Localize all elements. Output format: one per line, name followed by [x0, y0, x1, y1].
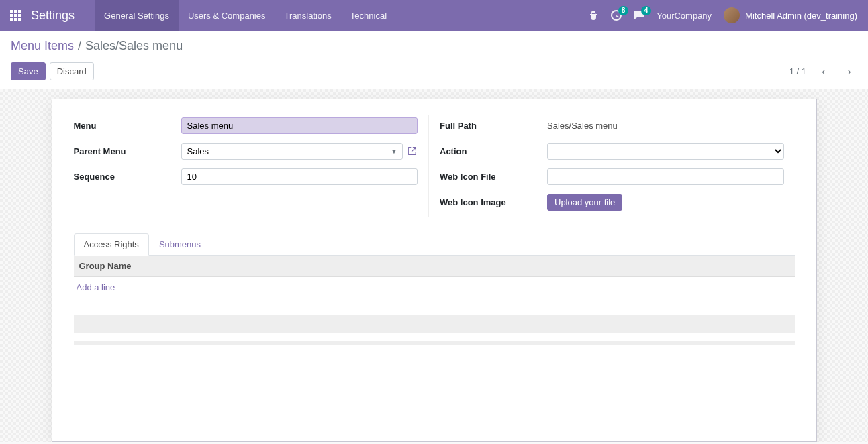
menu-input[interactable] [181, 117, 418, 134]
svg-rect-3 [10, 14, 13, 17]
apps-icon[interactable] [0, 0, 31, 31]
webiconfile-label: Web Icon File [440, 172, 547, 182]
action-label: Action [440, 146, 547, 156]
tab-access-rights[interactable]: Access Rights [74, 233, 149, 256]
messages-icon[interactable]: 4 [634, 10, 644, 21]
svg-rect-1 [14, 10, 17, 13]
fullpath-value: Sales/Sales menu [547, 118, 784, 133]
nav-tabs: General Settings Users & Companies Trans… [95, 0, 396, 31]
pager: 1 / 1 ‹ › [789, 66, 857, 78]
svg-rect-2 [18, 10, 21, 13]
table-row [74, 298, 795, 315]
breadcrumb-separator: / [78, 39, 81, 53]
breadcrumb-bar: Menu Items / Sales/Sales menu [0, 31, 868, 58]
nav-tab-translations[interactable]: Translations [275, 0, 341, 31]
form-sheet: Menu Parent Menu ▼ [52, 99, 817, 442]
app-title[interactable]: Settings [31, 9, 95, 23]
form-col-right: Full Path Sales/Sales menu Action Web Ic… [429, 115, 795, 217]
pager-prev[interactable]: ‹ [816, 66, 832, 78]
menu-label: Menu [74, 121, 181, 131]
upload-button[interactable]: Upload your file [547, 194, 622, 211]
add-line-link[interactable]: Add a line [74, 277, 795, 298]
access-rights-table: Group Name Add a line [74, 256, 795, 333]
nav-right: 8 4 YourCompany Mitchell Admin (dev_trai… [588, 7, 868, 23]
company-selector[interactable]: YourCompany [657, 11, 712, 21]
webiconimg-label: Web Icon Image [440, 197, 547, 207]
svg-rect-0 [10, 10, 13, 13]
table-header-actions [773, 256, 795, 277]
nav-tab-general-settings[interactable]: General Settings [95, 0, 179, 31]
actions-bar: Save Discard 1 / 1 ‹ › [0, 58, 868, 89]
canvas: Menu Parent Menu ▼ [0, 89, 868, 442]
activity-badge: 8 [618, 6, 629, 15]
svg-rect-7 [14, 18, 17, 21]
svg-rect-4 [14, 14, 17, 17]
sequence-label: Sequence [74, 172, 181, 182]
svg-rect-8 [18, 18, 21, 21]
avatar [724, 7, 740, 23]
detail-tabs: Access Rights Submenus [74, 233, 795, 256]
fullpath-label: Full Path [440, 121, 547, 131]
form-col-left: Menu Parent Menu ▼ [74, 115, 430, 217]
parent-menu-label: Parent Menu [74, 146, 181, 156]
table-header-group-name: Group Name [74, 256, 773, 277]
action-select[interactable] [547, 143, 784, 160]
table-footer [74, 315, 795, 333]
breadcrumb-root[interactable]: Menu Items [11, 39, 74, 53]
svg-rect-6 [10, 18, 13, 21]
discard-button[interactable]: Discard [50, 62, 94, 80]
debug-icon[interactable] [588, 10, 599, 21]
messages-badge: 4 [641, 6, 652, 15]
pager-count: 1 / 1 [789, 66, 806, 76]
tab-submenus[interactable]: Submenus [149, 233, 211, 255]
parent-menu-input[interactable] [181, 143, 403, 160]
nav-tab-technical[interactable]: Technical [341, 0, 396, 31]
save-button[interactable]: Save [11, 62, 46, 80]
webiconfile-input[interactable] [547, 168, 784, 185]
pager-next[interactable]: › [841, 66, 857, 78]
sheet-footer-bar [74, 341, 795, 345]
svg-rect-5 [18, 14, 21, 17]
breadcrumb-current: Sales/Sales menu [85, 39, 183, 53]
nav-tab-users-companies[interactable]: Users & Companies [179, 0, 275, 31]
sequence-input[interactable] [181, 168, 418, 185]
external-link-icon[interactable] [407, 146, 418, 156]
user-menu[interactable]: Mitchell Admin (dev_training) [724, 7, 857, 23]
navbar: Settings General Settings Users & Compan… [0, 0, 868, 31]
activity-icon[interactable]: 8 [611, 10, 622, 21]
user-name: Mitchell Admin (dev_training) [745, 11, 857, 21]
